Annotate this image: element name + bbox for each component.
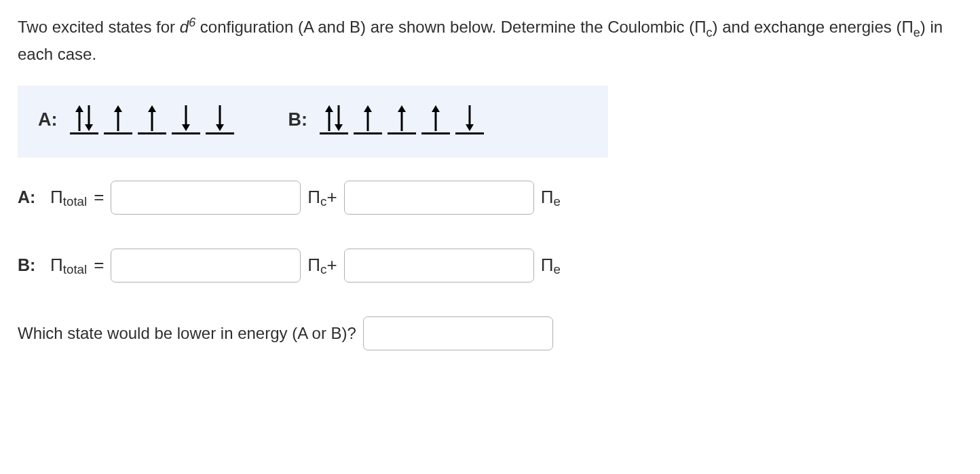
spin-down-icon	[215, 105, 225, 131]
config-B-label: B:	[288, 106, 308, 134]
row-A-plus: +	[326, 184, 337, 211]
q-d: d	[180, 18, 189, 36]
orbital	[70, 105, 98, 134]
orbitals-A	[70, 105, 234, 134]
q-line1-mid: configuration (A and B) are shown below.…	[195, 18, 706, 36]
row-A-pic-sym: Π	[307, 184, 320, 211]
q-pic-sub: c	[706, 26, 713, 39]
q-line1-pre: Two excited states for	[18, 18, 180, 36]
orbitals-B	[320, 105, 484, 134]
orbital	[172, 105, 200, 134]
row-B-total-sub: total	[63, 260, 87, 279]
config-A-label: A:	[38, 106, 58, 134]
orbital	[138, 105, 166, 134]
row-A-prefix: A:	[18, 185, 43, 211]
row-B-pie: Πe	[541, 252, 561, 278]
spin-up-icon	[397, 105, 407, 131]
spin-up-icon	[324, 105, 334, 131]
spin-up-icon	[431, 105, 440, 131]
spin-up-icon	[75, 105, 84, 131]
orbital	[104, 105, 132, 134]
q-line2-pre: and exchange energies (Π	[722, 18, 913, 36]
row-B-pie-sym: Π	[541, 252, 554, 278]
spin-down-icon	[181, 105, 191, 131]
orbital	[455, 105, 484, 134]
row-A-pi-total: Πtotal	[50, 184, 87, 211]
row-B-pi-total: Πtotal	[50, 252, 87, 278]
spin-up-icon	[363, 105, 373, 131]
row-A-eq: =	[94, 184, 104, 211]
row-A-pie-sym: Π	[541, 184, 554, 211]
question-prompt: Two excited states for d6 configuration …	[18, 14, 962, 67]
orbital	[320, 105, 348, 134]
row-B-pie-sub: e	[553, 260, 560, 279]
row-A-pie-sub: e	[553, 192, 560, 211]
orbital	[388, 105, 416, 134]
row-A-pic-sub: c	[320, 192, 326, 211]
input-A-exchange[interactable]	[344, 181, 534, 215]
orbital-diagram-box: A: B:	[18, 86, 608, 158]
spin-up-icon	[147, 105, 157, 131]
spin-down-icon	[84, 105, 94, 131]
row-B-eq: =	[94, 252, 104, 278]
row-B-pic-sub: c	[320, 260, 326, 279]
orbital	[354, 105, 382, 134]
config-A: A:	[38, 105, 234, 134]
row-B-pic: Πc +	[307, 252, 337, 278]
row-B-prefix: B:	[18, 253, 43, 278]
q-exp: 6	[189, 16, 195, 29]
row-A-pic: Πc +	[307, 184, 337, 211]
q-pie-sub: e	[913, 26, 920, 39]
final-question-text: Which state would be lower in energy (A …	[18, 321, 356, 346]
input-B-coulombic[interactable]	[111, 249, 301, 282]
answer-row-B: B: Πtotal = Πc + Πe	[18, 249, 962, 282]
final-question-row: Which state would be lower in energy (A …	[18, 316, 962, 350]
input-A-coulombic[interactable]	[111, 181, 301, 215]
q-line1-post: )	[713, 18, 718, 36]
spin-down-icon	[334, 105, 343, 131]
orbital	[421, 105, 450, 134]
orbital	[206, 105, 234, 134]
input-B-exchange[interactable]	[344, 249, 534, 282]
config-B: B:	[288, 105, 485, 134]
answer-row-A: A: Πtotal = Πc + Πe	[18, 181, 962, 215]
spin-up-icon	[113, 105, 123, 131]
row-A-pi-total-sym: Π	[50, 184, 63, 211]
row-B-plus: +	[326, 252, 337, 278]
row-A-total-sub: total	[63, 192, 87, 211]
row-B-pi-total-sym: Π	[50, 252, 63, 278]
row-B-pic-sym: Π	[307, 252, 320, 278]
input-lower-energy[interactable]	[363, 316, 553, 350]
spin-down-icon	[465, 105, 474, 131]
row-A-pie: Πe	[541, 184, 561, 211]
